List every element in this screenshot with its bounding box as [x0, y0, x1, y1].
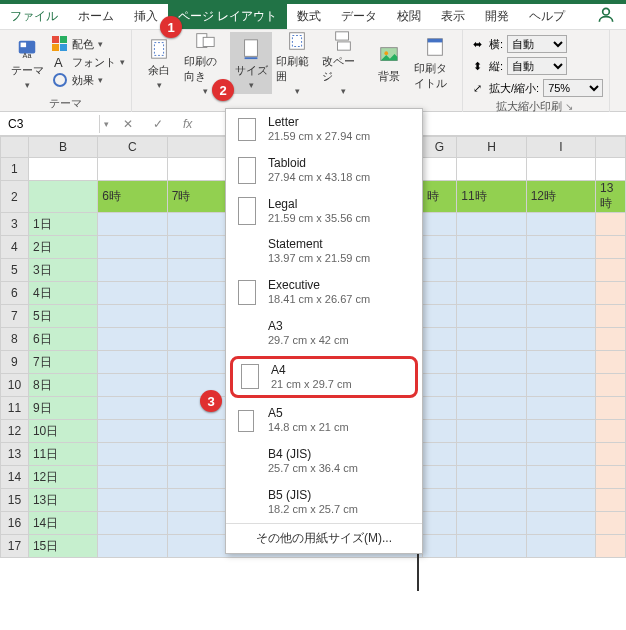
- svg-rect-18: [338, 42, 351, 50]
- row-header[interactable]: 1: [1, 158, 29, 181]
- page-icon: [238, 197, 256, 225]
- size-icon: [239, 37, 263, 61]
- effects-icon: [52, 72, 68, 88]
- row-header[interactable]: 5: [1, 259, 29, 282]
- select-all[interactable]: [1, 137, 29, 158]
- col-header[interactable]: G: [422, 137, 457, 158]
- size-option[interactable]: Statement13.97 cm x 21.59 cm: [226, 231, 422, 272]
- cell[interactable]: 14日: [28, 512, 97, 535]
- colors-button[interactable]: 配色▾: [52, 36, 125, 52]
- row-header[interactable]: 6: [1, 282, 29, 305]
- size-option[interactable]: Tabloid27.94 cm x 43.18 cm: [226, 150, 422, 191]
- margins-button[interactable]: 余白▾: [138, 32, 180, 94]
- cell[interactable]: 時: [422, 181, 457, 213]
- cell[interactable]: 11日: [28, 443, 97, 466]
- breaks-button[interactable]: 改ページ▾: [322, 32, 364, 94]
- tab-formula[interactable]: 数式: [287, 4, 331, 29]
- cell[interactable]: 8日: [28, 374, 97, 397]
- scale-select[interactable]: 75%: [543, 79, 603, 97]
- account-icon[interactable]: [586, 1, 626, 32]
- cell[interactable]: 6日: [28, 328, 97, 351]
- row-header[interactable]: 11: [1, 397, 29, 420]
- size-button[interactable]: サイズ▾: [230, 32, 272, 94]
- row-header[interactable]: 13: [1, 443, 29, 466]
- row-header[interactable]: 15: [1, 489, 29, 512]
- tab-home[interactable]: ホーム: [68, 4, 124, 29]
- cell[interactable]: 10日: [28, 420, 97, 443]
- cell[interactable]: 12日: [28, 466, 97, 489]
- print-area-button[interactable]: 印刷範囲▾: [276, 32, 318, 94]
- row-header[interactable]: 2: [1, 181, 29, 213]
- width-select[interactable]: 自動: [507, 35, 567, 53]
- svg-rect-6: [52, 44, 59, 51]
- row-header[interactable]: 3: [1, 213, 29, 236]
- height-icon: ⬍: [469, 58, 485, 74]
- size-option[interactable]: A329.7 cm x 42 cm: [226, 313, 422, 354]
- tab-dev[interactable]: 開発: [475, 4, 519, 29]
- cell[interactable]: 5日: [28, 305, 97, 328]
- scale-height[interactable]: ⬍縦:自動: [469, 56, 603, 76]
- col-header[interactable]: I: [526, 137, 595, 158]
- cell[interactable]: 11時: [457, 181, 526, 213]
- row-header[interactable]: 7: [1, 305, 29, 328]
- marker-3: 3: [200, 390, 222, 412]
- cell[interactable]: 7日: [28, 351, 97, 374]
- row-header[interactable]: 16: [1, 512, 29, 535]
- page-icon: [238, 280, 256, 305]
- tab-data[interactable]: データ: [331, 4, 387, 29]
- svg-point-9: [54, 74, 66, 86]
- cell[interactable]: 2日: [28, 236, 97, 259]
- height-select[interactable]: 自動: [507, 57, 567, 75]
- orientation-icon: [193, 30, 217, 52]
- col-header[interactable]: H: [457, 137, 526, 158]
- tab-layout[interactable]: ページ レイアウト: [168, 4, 287, 29]
- size-option[interactable]: B4 (JIS)25.7 cm x 36.4 cm: [226, 441, 422, 482]
- cell[interactable]: 4日: [28, 282, 97, 305]
- svg-text:A: A: [54, 55, 63, 70]
- tab-file[interactable]: ファイル: [0, 4, 68, 29]
- tab-review[interactable]: 校閲: [387, 4, 431, 29]
- size-option[interactable]: Executive18.41 cm x 26.67 cm: [226, 272, 422, 313]
- col-header[interactable]: B: [28, 137, 97, 158]
- tab-view[interactable]: 表示: [431, 4, 475, 29]
- size-option[interactable]: A514.8 cm x 21 cm: [226, 400, 422, 441]
- size-option[interactable]: B5 (JIS)18.2 cm x 25.7 cm: [226, 482, 422, 523]
- row-header[interactable]: 14: [1, 466, 29, 489]
- themes-button[interactable]: Aa テーマ▾: [6, 32, 48, 94]
- size-option[interactable]: Letter21.59 cm x 27.94 cm: [226, 109, 422, 150]
- dialog-launcher-icon[interactable]: ↘: [565, 101, 576, 112]
- print-titles-button[interactable]: 印刷タイトル: [414, 32, 456, 94]
- scale-width[interactable]: ⬌横:自動: [469, 34, 603, 54]
- enter-icon[interactable]: ✓: [143, 117, 173, 131]
- background-button[interactable]: 背景: [368, 32, 410, 94]
- tab-help[interactable]: ヘルプ: [519, 4, 575, 29]
- marker-2: 2: [212, 79, 234, 101]
- cell[interactable]: 6時: [98, 181, 167, 213]
- cell[interactable]: 3日: [28, 259, 97, 282]
- size-option[interactable]: A421 cm x 29.7 cm: [230, 356, 418, 399]
- row-header[interactable]: 17: [1, 535, 29, 558]
- name-box[interactable]: C3: [0, 115, 100, 133]
- cell[interactable]: 9日: [28, 397, 97, 420]
- row-header[interactable]: 9: [1, 351, 29, 374]
- ribbon: Aa テーマ▾ 配色▾ Aフォント▾ 効果▾ テーマ 余白▾ 印刷の向き▾ サイ…: [0, 30, 626, 112]
- cancel-icon[interactable]: ✕: [113, 117, 143, 131]
- cell[interactable]: 1日: [28, 213, 97, 236]
- row-header[interactable]: 4: [1, 236, 29, 259]
- group-scale-label: 拡大縮小印刷 ↘: [469, 98, 603, 115]
- size-option[interactable]: Legal21.59 cm x 35.56 cm: [226, 191, 422, 232]
- row-header[interactable]: 12: [1, 420, 29, 443]
- cell[interactable]: 13時: [596, 181, 626, 213]
- fx-icon[interactable]: fx: [173, 117, 202, 131]
- cell[interactable]: 13日: [28, 489, 97, 512]
- size-dropdown: Letter21.59 cm x 27.94 cmTabloid27.94 cm…: [225, 108, 423, 554]
- fonts-button[interactable]: Aフォント▾: [52, 54, 125, 70]
- effects-button[interactable]: 効果▾: [52, 72, 125, 88]
- cell[interactable]: 12時: [526, 181, 595, 213]
- more-sizes[interactable]: その他の用紙サイズ(M)...: [226, 523, 422, 553]
- row-header[interactable]: 8: [1, 328, 29, 351]
- scale-pct[interactable]: ⤢拡大/縮小:75%: [469, 78, 603, 98]
- col-header[interactable]: C: [98, 137, 167, 158]
- row-header[interactable]: 10: [1, 374, 29, 397]
- cell[interactable]: 15日: [28, 535, 97, 558]
